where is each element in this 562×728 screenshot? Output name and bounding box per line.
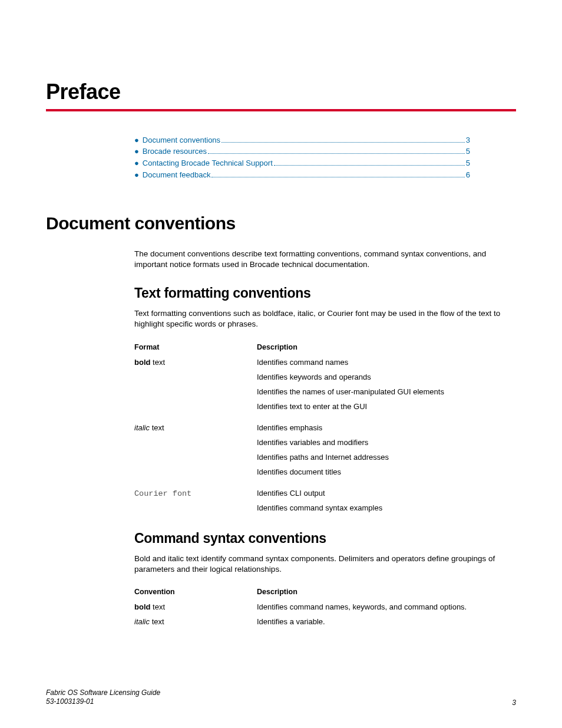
chapter-title: Preface: [46, 80, 516, 104]
col-header-description: Description: [257, 340, 516, 355]
table-row: italic text Identifies a variable.: [134, 614, 516, 629]
minitoc-row[interactable]: ● Brocade resources 5: [134, 147, 470, 156]
col-header-description: Description: [257, 584, 516, 599]
convention-cell-bold: bold text: [134, 599, 257, 614]
subsection-heading-command-syntax: Command syntax conventions: [134, 531, 516, 546]
leader-dots: [222, 135, 465, 143]
desc-cell: Identifies a variable.: [257, 614, 516, 629]
table-row: bold text Identifies command names, keyw…: [134, 599, 516, 614]
table-row: bold text Identifies command names: [134, 355, 516, 370]
paragraph: Bold and italic text identify command sy…: [134, 554, 516, 575]
minitoc-page: 5: [466, 159, 470, 167]
paragraph: Text formatting conventions such as bold…: [134, 308, 516, 330]
desc-cell: Identifies CLI output: [257, 479, 516, 500]
paragraph: The document conventions describe text f…: [134, 249, 516, 270]
minitoc-page: 6: [466, 170, 470, 179]
minitoc-label: Document feedback: [143, 170, 211, 179]
desc-cell: Identifies command names: [257, 355, 516, 370]
command-syntax-table: Convention Description bold text Identif…: [134, 584, 516, 629]
minitoc-page: 3: [466, 136, 470, 144]
bullet-icon: ●: [134, 159, 139, 167]
text: text: [150, 617, 164, 626]
desc-cell: Identifies command syntax examples: [257, 500, 516, 515]
bullet-icon: ●: [134, 147, 139, 156]
bold-sample: bold: [134, 358, 150, 367]
minitoc-label: Document conventions: [143, 136, 220, 144]
document-page: Preface ● Document conventions 3 ● Broca…: [0, 0, 562, 728]
minitoc-row[interactable]: ● Document feedback 6: [134, 170, 470, 179]
section-body: The document conventions describe text f…: [134, 249, 516, 629]
section-heading-document-conventions: Document conventions: [46, 213, 516, 233]
subsection-heading-text-formatting: Text formatting conventions: [134, 285, 516, 301]
footer-page-number: 3: [512, 699, 516, 707]
footer-doc-number: 53-1003139-01: [46, 697, 160, 707]
col-header-format: Format: [134, 340, 257, 355]
format-cell-courier: Courier font: [134, 479, 257, 515]
text: text: [150, 358, 165, 367]
bold-sample: bold: [134, 602, 150, 611]
mini-toc: ● Document conventions 3 ● Brocade resou…: [134, 135, 470, 179]
footer-doc-title: Fabric OS Software Licensing Guide: [46, 689, 160, 698]
text-formatting-table: Format Description bold text Identifies …: [134, 340, 516, 515]
convention-cell-italic: italic text: [134, 614, 257, 629]
italic-sample: italic: [134, 423, 150, 432]
desc-cell: Identifies paths and Internet addresses: [257, 450, 516, 465]
bullet-icon: ●: [134, 170, 139, 179]
red-rule: [46, 109, 516, 111]
desc-cell: Identifies emphasis: [257, 414, 516, 435]
minitoc-label: Contacting Brocade Technical Support: [143, 159, 273, 167]
courier-sample: Courier font: [134, 489, 191, 498]
desc-cell: Identifies the names of user-manipulated…: [257, 384, 516, 399]
desc-cell: Identifies command names, keywords, and …: [257, 599, 516, 614]
minitoc-page: 5: [466, 147, 470, 156]
desc-cell: Identifies variables and modifiers: [257, 435, 516, 450]
table-header-row: Convention Description: [134, 584, 516, 599]
bullet-icon: ●: [134, 136, 139, 144]
col-header-convention: Convention: [134, 584, 257, 599]
leader-dots: [274, 158, 465, 166]
leader-dots: [211, 170, 464, 177]
table-header-row: Format Description: [134, 340, 516, 355]
minitoc-row[interactable]: ● Document conventions 3: [134, 135, 470, 144]
text: text: [150, 602, 165, 611]
table-row: italic text Identifies emphasis: [134, 414, 516, 435]
table-row: Courier font Identifies CLI output: [134, 479, 516, 500]
format-cell-bold: bold text: [134, 355, 257, 414]
format-cell-italic: italic text: [134, 414, 257, 479]
desc-cell: Identifies document titles: [257, 465, 516, 479]
italic-sample: italic: [134, 617, 150, 626]
minitoc-label: Brocade resources: [143, 147, 207, 156]
desc-cell: Identifies keywords and operands: [257, 370, 516, 384]
page-footer: Fabric OS Software Licensing Guide 53-10…: [46, 689, 516, 707]
leader-dots: [208, 147, 465, 154]
minitoc-row[interactable]: ● Contacting Brocade Technical Support 5: [134, 158, 470, 167]
desc-cell: Identifies text to enter at the GUI: [257, 399, 516, 414]
footer-left: Fabric OS Software Licensing Guide 53-10…: [46, 689, 160, 707]
text: text: [150, 423, 164, 432]
